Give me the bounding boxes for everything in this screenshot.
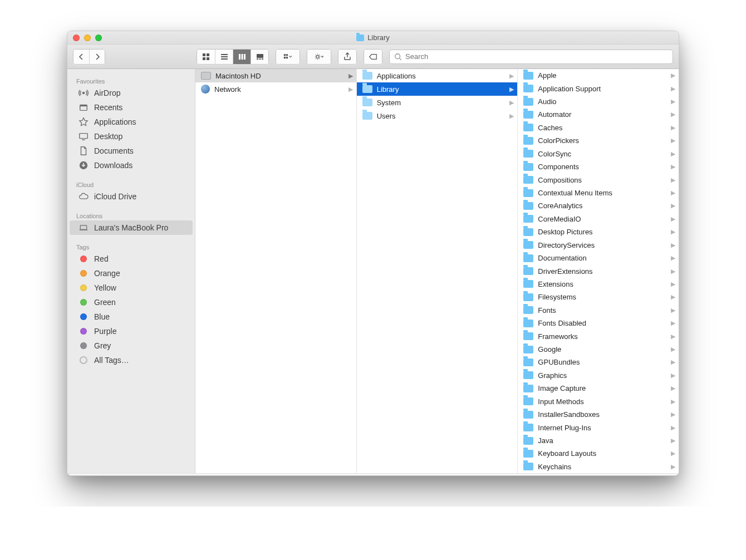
- zoom-button[interactable]: [95, 35, 102, 41]
- column[interactable]: Applications▶Library▶System▶Users▶: [357, 69, 518, 473]
- file-row[interactable]: Java▶: [518, 434, 679, 447]
- file-row[interactable]: ColorPickers▶: [518, 134, 679, 147]
- sidebar-item[interactable]: Grey: [70, 338, 193, 353]
- folder-icon: [523, 397, 533, 405]
- folder-icon: [362, 85, 372, 93]
- body: FavouritesAirDropRecentsApplicationsDesk…: [67, 69, 679, 473]
- file-row[interactable]: Macintosh HD▶: [195, 69, 356, 82]
- minimize-button[interactable]: [84, 35, 91, 41]
- sidebar-item[interactable]: Documents: [70, 144, 193, 158]
- file-row[interactable]: DriverExtensions▶: [518, 264, 679, 277]
- file-row[interactable]: Frameworks▶: [518, 330, 679, 342]
- file-row[interactable]: Apple▶: [518, 69, 679, 82]
- sidebar-item[interactable]: Red: [70, 252, 193, 266]
- file-row[interactable]: Desktop Pictures▶: [518, 225, 679, 238]
- chevron-right-icon: ▶: [671, 268, 675, 274]
- sidebar-item[interactable]: Blue: [70, 310, 193, 324]
- file-row[interactable]: System▶: [357, 96, 518, 109]
- sidebar-item[interactable]: All Tags…: [70, 353, 193, 367]
- sidebar-item[interactable]: Downloads: [70, 158, 193, 173]
- search-input[interactable]: [389, 50, 673, 64]
- file-row[interactable]: Audio▶: [518, 95, 679, 108]
- column[interactable]: Apple▶Application Support▶Audio▶Automato…: [518, 69, 679, 473]
- file-row[interactable]: Keychains▶: [518, 460, 679, 473]
- chevron-right-icon: ▶: [509, 86, 514, 92]
- sidebar-item[interactable]: Recents: [70, 100, 193, 115]
- sidebar-item[interactable]: Orange: [70, 266, 193, 281]
- sidebar[interactable]: FavouritesAirDropRecentsApplicationsDesk…: [67, 69, 195, 473]
- file-row[interactable]: CoreMediaIO▶: [518, 213, 679, 225]
- file-row[interactable]: Google▶: [518, 343, 679, 356]
- file-row[interactable]: Compositions▶: [518, 173, 679, 186]
- svg-rect-18: [80, 105, 87, 107]
- window-title-text: Library: [367, 33, 390, 42]
- file-row[interactable]: Components▶: [518, 160, 679, 173]
- file-row[interactable]: Fonts▶: [518, 304, 679, 317]
- file-row[interactable]: DirectoryServices▶: [518, 238, 679, 251]
- folder-icon: [523, 320, 533, 327]
- tag-dot-icon: [78, 326, 89, 336]
- file-row[interactable]: Caches▶: [518, 121, 679, 134]
- list-view-button[interactable]: [215, 50, 233, 64]
- close-button[interactable]: [73, 35, 80, 41]
- sidebar-item[interactable]: Desktop: [70, 129, 193, 144]
- file-row[interactable]: Filesystems▶: [518, 291, 679, 303]
- svg-rect-12: [286, 54, 288, 56]
- file-row[interactable]: Library▶: [357, 82, 518, 96]
- back-button[interactable]: [73, 50, 89, 64]
- file-row[interactable]: Extensions▶: [518, 278, 679, 291]
- chevron-right-icon: ▶: [509, 73, 514, 79]
- gallery-view-button[interactable]: [251, 50, 268, 64]
- file-row[interactable]: Applications▶: [357, 69, 518, 82]
- folder-icon: [523, 98, 533, 106]
- folder-icon: [523, 202, 533, 210]
- edit-tags-button[interactable]: [364, 50, 382, 64]
- sidebar-item[interactable]: Laura's MacBook Pro: [70, 220, 193, 235]
- columns-icon: [238, 52, 247, 61]
- forward-button[interactable]: [89, 50, 105, 64]
- file-row[interactable]: Documentation▶: [518, 252, 679, 264]
- sidebar-item[interactable]: Applications: [70, 115, 193, 129]
- file-row[interactable]: Application Support▶: [518, 82, 679, 95]
- file-row[interactable]: Automator▶: [518, 108, 679, 121]
- file-row[interactable]: Image Capture▶: [518, 382, 679, 395]
- sidebar-item[interactable]: Purple: [70, 324, 193, 338]
- column-view-button[interactable]: [233, 50, 251, 64]
- share-button[interactable]: [338, 50, 356, 64]
- sidebar-item-label: Orange: [94, 269, 120, 278]
- footer: [67, 473, 679, 475]
- file-row[interactable]: InstallerSandboxes▶: [518, 408, 679, 421]
- action-button[interactable]: [307, 50, 331, 64]
- file-row[interactable]: ColorSync▶: [518, 148, 679, 160]
- action-group: [307, 49, 331, 65]
- file-row[interactable]: Graphics▶: [518, 369, 679, 382]
- share-group: [338, 49, 357, 65]
- file-row[interactable]: Internet Plug-Ins▶: [518, 421, 679, 434]
- file-label: Desktop Pictures: [538, 228, 666, 236]
- icon-view-button[interactable]: [197, 50, 215, 64]
- file-row[interactable]: Fonts Disabled▶: [518, 317, 679, 330]
- file-row[interactable]: GPUBundles▶: [518, 356, 679, 369]
- chevron-right-icon: ▶: [671, 320, 675, 326]
- applications-icon: [78, 117, 89, 127]
- group-by-button[interactable]: [276, 50, 300, 64]
- file-row[interactable]: CoreAnalytics▶: [518, 199, 679, 212]
- file-label: Users: [377, 112, 505, 120]
- folder-icon: [523, 437, 533, 445]
- file-row[interactable]: Input Methods▶: [518, 395, 679, 408]
- sidebar-item-label: Documents: [94, 146, 134, 155]
- chevron-right-icon: ▶: [671, 190, 675, 196]
- file-row[interactable]: Keyboard Layouts▶: [518, 447, 679, 460]
- sidebar-item[interactable]: iCloud Drive: [70, 189, 193, 204]
- file-row[interactable]: Contextual Menu Items▶: [518, 186, 679, 199]
- sidebar-item[interactable]: Green: [70, 295, 193, 310]
- column[interactable]: Macintosh HD▶Network▶: [195, 69, 357, 473]
- chevron-right-icon: ▶: [671, 216, 675, 222]
- file-row[interactable]: Network▶: [195, 82, 356, 96]
- sidebar-item[interactable]: Yellow: [70, 281, 193, 295]
- file-label: Macintosh HD: [215, 72, 344, 80]
- chevron-right-icon: ▶: [671, 86, 675, 92]
- folder-icon: [523, 85, 533, 92]
- sidebar-item[interactable]: AirDrop: [70, 86, 193, 100]
- file-row[interactable]: Users▶: [357, 109, 518, 122]
